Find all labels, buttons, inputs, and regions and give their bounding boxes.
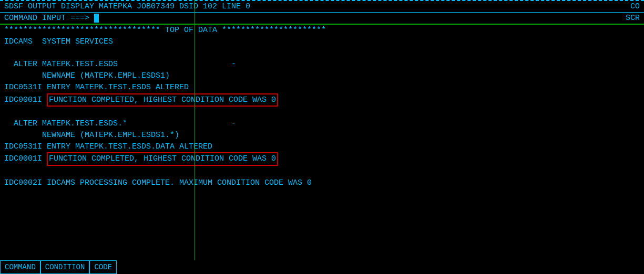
command-right: SCR <box>626 14 640 23</box>
line-newname-1: NEWNAME (MATEPK.EMPL.ESDS1) <box>4 70 640 82</box>
line-alter-2: ALTER MATEPK.TEST.ESDS.* - <box>4 118 640 130</box>
header-right: CO <box>630 2 640 11</box>
content-area: ********************************* TOP OF… <box>0 25 644 189</box>
line-blank-2 <box>4 107 640 118</box>
highlight-box-2: FUNCTION COMPLETED, HIGHEST CONDITION CO… <box>47 152 278 166</box>
header-row: SDSF OUTPUT DISPLAY MATEPKA JOB07349 DSI… <box>0 1 644 12</box>
main-screen: SDSF OUTPUT DISPLAY MATEPKA JOB07349 DSI… <box>0 0 644 274</box>
command-row: COMMAND INPUT ===> SCR <box>0 13 644 24</box>
cursor <box>94 14 99 23</box>
command-label: COMMAND INPUT ===> <box>4 14 99 23</box>
header-title: SDSF OUTPUT DISPLAY MATEPKA JOB07349 DSI… <box>4 2 250 11</box>
line-idc0001-1: IDC0001I FUNCTION COMPLETED, HIGHEST CON… <box>4 93 640 107</box>
bottom-bar: COMMAND CONDITION CODE <box>0 260 644 274</box>
line-idc0531-2: IDC0531I ENTRY MATEPK.TEST.ESDS.DATA ALT… <box>4 141 640 153</box>
line-newname-2: NEWNAME (MATEPK.EMPL.ESDS1.*) <box>4 130 640 141</box>
line-idcams-header: IDCAMS SYSTEM SERVICES <box>4 36 640 48</box>
line-alter-1: ALTER MATEPK.TEST.ESDS - <box>4 59 640 70</box>
line-idc0002: IDC0002I IDCAMS PROCESSING COMPLETE. MAX… <box>4 177 640 189</box>
line-top-of-data: ********************************* TOP OF… <box>4 25 640 36</box>
bottom-condition: CONDITION <box>40 260 90 274</box>
bottom-command: COMMAND <box>0 260 40 274</box>
line-blank-3 <box>4 166 640 177</box>
line-idc0531-1: IDC0531I ENTRY MATEPK.TEST.ESDS ALTERED <box>4 82 640 93</box>
bottom-code: CODE <box>89 260 117 274</box>
highlight-box-1: FUNCTION COMPLETED, HIGHEST CONDITION CO… <box>47 93 278 107</box>
line-blank-1 <box>4 48 640 59</box>
line-idc0001-2: IDC0001I FUNCTION COMPLETED, HIGHEST CON… <box>4 152 640 166</box>
